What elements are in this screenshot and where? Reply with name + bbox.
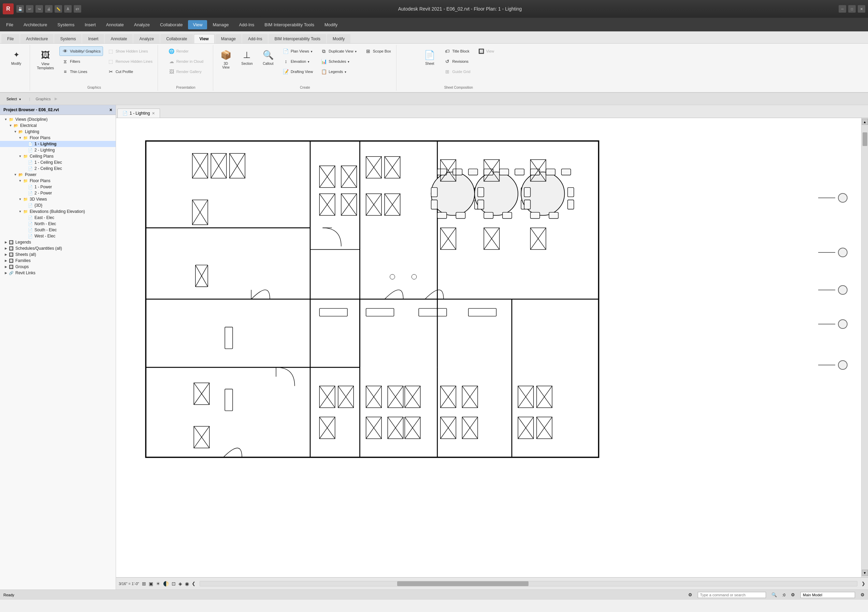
tree-lighting[interactable]: ▼ 📂 Lighting: [0, 129, 116, 135]
scroll-down-btn[interactable]: ▼: [862, 570, 868, 576]
revisions-button[interactable]: ↺ Revisions: [442, 57, 473, 66]
bottom-bar-expand[interactable]: ❮: [192, 581, 195, 586]
schedules-button[interactable]: 📊 Schedules ▼: [318, 57, 360, 66]
ribbon-tab-analyze[interactable]: Analyze: [133, 34, 160, 43]
nav-wheel-1[interactable]: [818, 193, 848, 203]
tree-north-elec[interactable]: 📄 North - Elec: [0, 221, 116, 227]
visibility-graphics-button[interactable]: 👁 Visibility/ Graphics: [59, 46, 103, 56]
tree-ceiling-plans[interactable]: ▼ 📁 Ceiling Plans: [0, 153, 116, 159]
redo-icon[interactable]: ↪: [36, 5, 43, 12]
project-browser-close[interactable]: ×: [110, 107, 112, 113]
menu-modify[interactable]: Modify: [320, 20, 342, 29]
menu-bim[interactable]: BIM Interoperability Tools: [260, 20, 319, 29]
show-hidden-lines-button[interactable]: ⬚ Show Hidden Lines: [105, 46, 155, 56]
tree-families[interactable]: ▶ 🔲 Families: [0, 257, 116, 264]
tree-elevations[interactable]: ▼ 📁 Elevations (Building Elevation): [0, 208, 116, 215]
tree-views-discipline[interactable]: ▼ 📁 Views (Discipline): [0, 116, 116, 122]
tree-floor-plans-power[interactable]: ▼ 📁 Floor Plans: [0, 178, 116, 184]
crop-region-icon[interactable]: ⊡: [172, 581, 176, 586]
menu-insert[interactable]: Insert: [80, 20, 101, 29]
view-canvas[interactable]: ▲ ▼: [116, 118, 868, 577]
tree-groups[interactable]: ▶ 🔲 Groups: [0, 264, 116, 270]
remove-hidden-lines-button[interactable]: ⬚ Remove Hidden Lines: [105, 57, 155, 66]
elevation-button[interactable]: ↕ Elevation ▼: [280, 57, 315, 66]
nav-wheel-4[interactable]: [818, 319, 848, 329]
ribbon-tab-addins[interactable]: Add-Ins: [242, 34, 268, 43]
measure-icon[interactable]: 📏: [54, 5, 62, 12]
tree-1-ceiling-elec[interactable]: 📄 1 - Ceiling Elec: [0, 159, 116, 166]
menu-manage[interactable]: Manage: [208, 20, 233, 29]
tree-2-power[interactable]: 📄 2 - Power: [0, 190, 116, 196]
menu-view[interactable]: View: [188, 20, 207, 29]
design-options-icon[interactable]: ⚙: [860, 592, 865, 597]
save-icon[interactable]: 💾: [16, 5, 24, 12]
minimize-button[interactable]: ─: [839, 5, 846, 12]
view-tab-1-lighting[interactable]: 📄 1 - Lighting ✕: [117, 108, 160, 118]
nav-wheel-2[interactable]: [818, 248, 848, 257]
guide-grid-button[interactable]: ⊞ Guide Grid: [442, 67, 473, 76]
status-search-icon[interactable]: 🔍: [772, 592, 777, 597]
sheet-button[interactable]: 📄 Sheet: [420, 46, 439, 67]
scroll-up-btn[interactable]: ▲: [862, 119, 868, 125]
tree-electrical[interactable]: ▼ 📂 Electrical: [0, 122, 116, 129]
ribbon-tab-annotate[interactable]: Annotate: [105, 34, 133, 43]
cut-profile-button[interactable]: ✂ Cut Profile: [105, 67, 155, 76]
menu-systems[interactable]: Systems: [53, 20, 79, 29]
tree-1-power[interactable]: 📄 1 - Power: [0, 184, 116, 190]
workset-icon[interactable]: ⚙: [791, 592, 795, 597]
maximize-button[interactable]: □: [848, 5, 856, 12]
nav-wheel-3[interactable]: [818, 285, 848, 295]
undo-icon[interactable]: ↩: [26, 5, 33, 12]
ribbon-tab-modify[interactable]: Modify: [327, 34, 350, 43]
modify-button[interactable]: ✦ Modify: [7, 46, 26, 67]
callout-button[interactable]: 🔍 Callout: [259, 46, 277, 67]
tree-south-elec[interactable]: 📄 South - Elec: [0, 227, 116, 233]
duplicate-view-button[interactable]: ⧉ Duplicate View ▼: [318, 46, 360, 56]
tree-2-ceiling-elec[interactable]: 📄 2 - Ceiling Elec: [0, 166, 116, 172]
menu-analyze[interactable]: Analyze: [129, 20, 155, 29]
ribbon-tab-manage[interactable]: Manage: [215, 34, 242, 43]
sun-path-icon[interactable]: ☀: [156, 581, 160, 586]
shadows-icon[interactable]: 🌓: [163, 581, 169, 586]
workset-dropdown[interactable]: Main Model: [800, 592, 855, 598]
render-cloud-button[interactable]: ☁ Render in Cloud: [166, 57, 206, 66]
menu-architecture[interactable]: Architecture: [19, 20, 52, 29]
close-button[interactable]: ✕: [858, 5, 865, 12]
view-templates-button[interactable]: 🖼 ViewTemplates: [33, 46, 57, 72]
menu-collaborate[interactable]: Collaborate: [155, 20, 188, 29]
text-icon[interactable]: A: [64, 5, 72, 12]
nav-wheel-5[interactable]: [818, 360, 848, 370]
menu-annotate[interactable]: Annotate: [101, 20, 129, 29]
tree-revit-links[interactable]: ▶ 🔗 Revit Links: [0, 270, 116, 276]
tree-schedules[interactable]: ▶ 🔲 Schedules/Quantities (all): [0, 245, 116, 251]
tree-legends[interactable]: ▶ 🔲 Legends: [0, 239, 116, 245]
tree-3d[interactable]: 📄 {3D}: [0, 202, 116, 208]
ribbon-tab-insert[interactable]: Insert: [82, 34, 104, 43]
vertical-scrollbar[interactable]: ▲ ▼: [861, 118, 868, 577]
select-button[interactable]: Select ▼: [3, 96, 25, 102]
thin-lines-button[interactable]: ≡ Thin Lines: [59, 67, 103, 76]
tree-east-elec[interactable]: 📄 East - Elec: [0, 215, 116, 221]
3d-view-button[interactable]: 📦 3DView: [217, 46, 235, 71]
plan-views-button[interactable]: 📄 Plan Views ▼: [280, 46, 315, 56]
nav-bar-icon[interactable]: ◉: [185, 581, 189, 586]
render-gallery-button[interactable]: 🖼 Render Gallery: [166, 67, 206, 76]
render-button[interactable]: 🌐 Render: [166, 46, 206, 56]
print-icon[interactable]: 🖨: [45, 5, 53, 12]
view-tab-close-icon[interactable]: ✕: [152, 111, 155, 116]
drafting-view-button[interactable]: 📝 Drafting View: [280, 67, 315, 76]
menu-addins[interactable]: Add-Ins: [234, 20, 259, 29]
ribbon-tab-view[interactable]: View: [194, 34, 215, 43]
ribbon-tab-systems[interactable]: Systems: [54, 34, 82, 43]
ribbon-tab-architecture[interactable]: Architecture: [20, 34, 54, 43]
view-in-sheet-button[interactable]: 🔲 View: [476, 46, 497, 56]
project-browser-content[interactable]: ▼ 📁 Views (Discipline) ▼ 📂 Electrical ▼ …: [0, 115, 116, 589]
tree-2-lighting[interactable]: 📄 2 - Lighting: [0, 147, 116, 153]
detail-level-icon[interactable]: ⊞: [142, 581, 146, 586]
scroll-right[interactable]: ❯: [862, 581, 865, 586]
horizontal-scrollbar[interactable]: [200, 581, 857, 586]
ribbon-tab-bim[interactable]: BIM Interoperability Tools: [268, 34, 326, 43]
title-block-button[interactable]: 🏷 Title Block: [442, 46, 473, 56]
ribbon-tab-collaborate[interactable]: Collaborate: [160, 34, 193, 43]
tree-1-lighting[interactable]: 📄 1 - Lighting: [0, 141, 116, 147]
